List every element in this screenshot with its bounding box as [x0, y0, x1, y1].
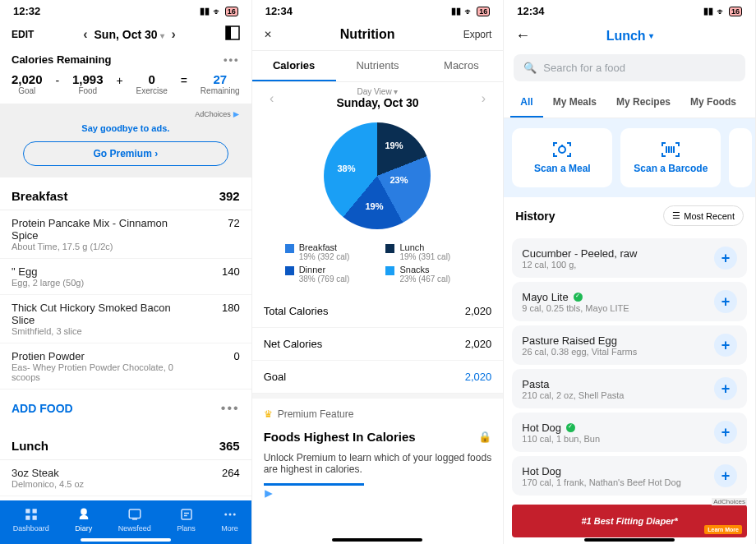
- legend-item: Snacks23% (467 cal): [385, 265, 470, 284]
- legend-item: Breakfast19% (392 cal): [285, 242, 370, 261]
- legend-item: Lunch19% (391 cal): [385, 242, 470, 261]
- tab-nutrients[interactable]: Nutrients: [336, 51, 420, 81]
- diary-screen: 12:32 ▮▮ ᯤ 16 EDIT ‹ Sun, Oct 30 ▾ › Cal…: [0, 0, 252, 544]
- add-item-button[interactable]: +: [714, 377, 737, 400]
- tab-myrecipes[interactable]: My Recipes: [606, 88, 680, 118]
- battery-icon: 16: [225, 7, 238, 16]
- verified-icon: [574, 293, 583, 302]
- food-item[interactable]: Protein Pancake Mix - Cinnamon SpiceAbou…: [0, 210, 251, 259]
- verified-icon: [566, 423, 575, 432]
- svg-point-8: [224, 514, 227, 516]
- svg-rect-7: [182, 509, 191, 519]
- svg-point-9: [228, 514, 231, 516]
- tab-calories[interactable]: Calories: [252, 51, 336, 81]
- view-selector[interactable]: Day View ▾: [284, 87, 472, 96]
- ads-message: Say goodbye to ads.: [12, 118, 240, 141]
- prev-day-button[interactable]: ‹: [83, 27, 87, 42]
- calories-more-button[interactable]: •••: [224, 53, 240, 66]
- premium-badge: ♛Premium Feature: [264, 408, 492, 420]
- scan-barcode-button[interactable]: Scan a Barcode: [620, 128, 721, 187]
- meal-selector[interactable]: Lunch▾: [530, 29, 729, 44]
- diary-date[interactable]: Sun, Oct 30 ▾: [94, 28, 165, 41]
- add-item-button[interactable]: +: [714, 247, 737, 270]
- food-item[interactable]: 3oz SteakDelmonico, 4.5 oz 264: [0, 460, 251, 496]
- nav-diary[interactable]: Diary: [75, 507, 92, 532]
- food-tabs: All My Meals My Recipes My Foods: [504, 88, 755, 118]
- svg-rect-2: [25, 509, 30, 513]
- adchoices-label[interactable]: AdChoices: [12, 110, 240, 118]
- next-day-button[interactable]: ›: [171, 27, 175, 42]
- home-indicator[interactable]: [332, 538, 422, 542]
- scan-more-button[interactable]: [729, 128, 752, 187]
- adchoices-icon[interactable]: [264, 489, 274, 499]
- sort-button[interactable]: ☰Most Recent: [663, 205, 744, 226]
- sort-icon: ☰: [672, 210, 680, 221]
- calorie-pie-chart: 19% 23% 19% 38%: [324, 122, 431, 229]
- nutrition-tabs: Calories Nutrients Macros: [252, 51, 504, 82]
- premium-feature-title: Foods Highest In Calories: [264, 430, 416, 444]
- svg-rect-4: [25, 516, 30, 520]
- premium-feature-desc: Unlock Premium to learn which of your lo…: [252, 447, 504, 475]
- history-item[interactable]: Hot Dog170 cal, 1 frank, Nathan's Beef H…: [512, 456, 747, 496]
- net-calories-row: Net Calories2,020: [252, 328, 504, 361]
- page-title: Nutrition: [340, 27, 395, 42]
- back-button[interactable]: ←: [515, 27, 530, 44]
- nav-more[interactable]: More: [221, 507, 238, 532]
- next-period-button[interactable]: ›: [472, 91, 495, 106]
- ads-panel: AdChoices Say goodbye to ads. Go Premium…: [0, 104, 251, 177]
- export-button[interactable]: Export: [463, 29, 492, 40]
- add-item-button[interactable]: +: [714, 334, 737, 357]
- search-input[interactable]: 🔍 Search for a food: [514, 54, 745, 81]
- close-button[interactable]: ✕: [264, 29, 272, 40]
- goal-row[interactable]: Goal2,020: [252, 361, 504, 394]
- add-item-button[interactable]: +: [714, 290, 737, 313]
- meal-more-button[interactable]: •••: [221, 401, 240, 416]
- svg-point-11: [559, 146, 565, 153]
- add-item-button[interactable]: +: [714, 421, 737, 444]
- status-bar: 12:34 ▮▮ ᯤ 16: [252, 0, 504, 19]
- nav-plans[interactable]: Plans: [177, 507, 196, 532]
- history-item[interactable]: Pasta210 cal, 2 oz, Shell Pasta +: [512, 369, 747, 408]
- status-bar: 12:34 ▮▮ ᯤ 16: [504, 0, 755, 19]
- food-item[interactable]: Protien PowderEas- Whey Protien Powder C…: [0, 343, 251, 390]
- home-indicator[interactable]: [584, 538, 675, 542]
- crown-icon: ♛: [264, 408, 273, 420]
- svg-rect-3: [32, 509, 36, 513]
- breakfast-header[interactable]: Breakfast392: [0, 177, 251, 210]
- scan-meal-button[interactable]: Scan a Meal: [512, 128, 612, 187]
- food-item[interactable]: " EggEgg, 2 large (50g) 140: [0, 259, 251, 295]
- tab-all[interactable]: All: [510, 88, 542, 118]
- lock-icon: 🔒: [478, 431, 491, 443]
- calorie-equation: 2,020Goal - 1,993Food + 0Exercise = 27Re…: [0, 69, 251, 104]
- home-indicator[interactable]: [81, 538, 171, 542]
- nav-newsfeed[interactable]: Newsfeed: [118, 507, 151, 532]
- tab-myfoods[interactable]: My Foods: [680, 88, 746, 118]
- legend-item: Dinner38% (769 cal): [285, 265, 370, 284]
- tab-macros[interactable]: Macros: [419, 51, 503, 81]
- search-icon: 🔍: [523, 62, 537, 74]
- calories-remaining-label: Calories Remaining: [12, 53, 111, 66]
- svg-rect-5: [32, 516, 36, 520]
- nutrition-screen: 12:34 ▮▮ ᯤ 16 ✕ Nutrition Export Calorie…: [252, 0, 505, 544]
- prev-period-button[interactable]: ‹: [260, 91, 284, 106]
- tab-mymeals[interactable]: My Meals: [543, 88, 606, 118]
- history-item[interactable]: Mayo Lite9 cal, 0.25 tbls, Mayo LITE +: [512, 282, 747, 321]
- add-food-button[interactable]: ADD FOOD: [12, 402, 73, 415]
- food-item[interactable]: Thick Cut Hickory Smoked Bacon SliceSmit…: [0, 295, 251, 343]
- lunch-header[interactable]: Lunch365: [0, 427, 251, 460]
- pie-legend: Breakfast19% (392 cal) Lunch19% (391 cal…: [252, 237, 504, 295]
- nav-dashboard[interactable]: Dashboard: [13, 507, 49, 532]
- go-premium-button[interactable]: Go Premium ›: [23, 141, 228, 166]
- status-bar: 12:32 ▮▮ ᯤ 16: [0, 0, 251, 19]
- edit-button[interactable]: EDIT: [12, 29, 34, 40]
- ad-banner[interactable]: AdChoices #1 Best Fitting Diaper* Learn …: [512, 505, 747, 537]
- add-item-button[interactable]: +: [714, 464, 737, 487]
- history-label: History: [515, 210, 555, 223]
- total-calories-row: Total Calories2,020: [252, 295, 504, 328]
- bottom-nav: Dashboard Diary Newsfeed Plans More: [0, 500, 251, 544]
- history-item[interactable]: Hot Dog110 cal, 1 bun, Bun +: [512, 413, 747, 452]
- history-item[interactable]: Cucumber - Peeled, raw12 cal, 100 g, +: [512, 238, 747, 278]
- signal-icon: ▮▮: [200, 6, 210, 16]
- layout-toggle-icon[interactable]: [225, 25, 240, 44]
- history-item[interactable]: Pasture Raised Egg26 cal, 0.38 egg, Vita…: [512, 325, 747, 365]
